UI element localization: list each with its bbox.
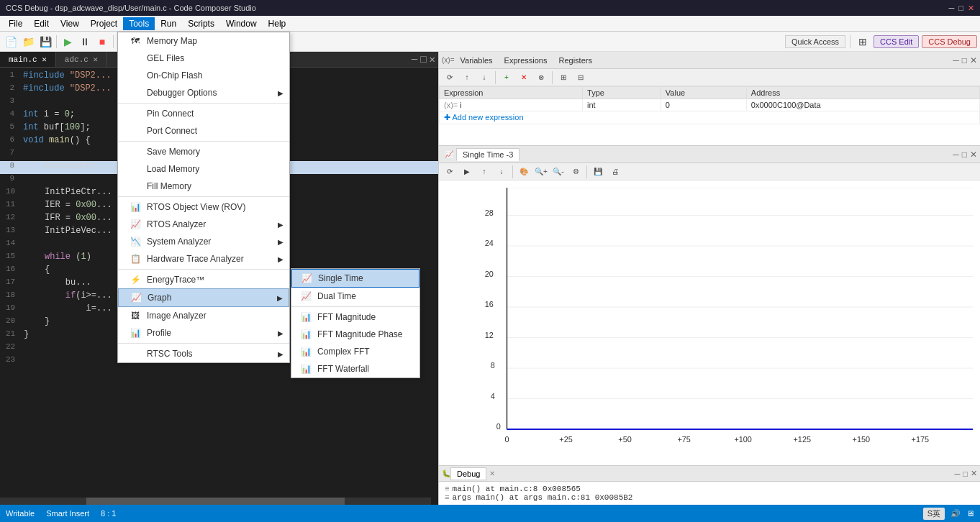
- fill-mem-icon: [130, 180, 141, 192]
- col-type: Type: [583, 87, 661, 99]
- horizontal-scrollbar[interactable]: [0, 498, 431, 505]
- graph-toolbar-btn3[interactable]: ↑: [476, 164, 492, 180]
- ccs-debug-button[interactable]: CCS Debug: [922, 35, 977, 48]
- menu-load-memory[interactable]: Load Memory: [118, 160, 289, 178]
- graph-toolbar-btn1[interactable]: ⟳: [442, 164, 458, 180]
- panel-close-btn[interactable]: ✕: [970, 55, 977, 65]
- stop-btn[interactable]: ■: [94, 34, 110, 50]
- minimize-panel-btn[interactable]: ─: [412, 54, 417, 65]
- toolbar-icon1[interactable]: ⊞: [855, 34, 871, 50]
- submenu-complex-fft[interactable]: 📊 Complex FFT: [291, 343, 419, 360]
- expr-collapse-btn[interactable]: ⊟: [573, 70, 589, 86]
- expr-del-all-btn[interactable]: ⊗: [533, 70, 549, 86]
- new-btn[interactable]: 📄: [3, 34, 19, 50]
- menu-port-connect[interactable]: Port Connect: [118, 122, 289, 139]
- open-btn[interactable]: 📁: [20, 34, 36, 50]
- graph-submenu: 📈 Single Time 📈 Dual Time 📊 FFT Magnitud…: [291, 268, 420, 378]
- rtos-analyzer-icon: 📈: [130, 219, 141, 230]
- graph-zoom-out-btn[interactable]: 🔍-: [550, 164, 566, 180]
- quick-access-button[interactable]: Quick Access: [785, 35, 845, 48]
- menu-help[interactable]: Help: [263, 17, 292, 30]
- graph-toolbar: ⟳ ▶ ↑ ↓ 🎨 🔍+ 🔍- ⚙ 💾 🖨: [439, 163, 980, 180]
- menu-edit[interactable]: Edit: [28, 17, 55, 30]
- menu-window[interactable]: Window: [220, 17, 263, 30]
- menu-memory-map[interactable]: 🗺 Memory Map: [118, 32, 289, 50]
- menu-debugger-options[interactable]: Debugger Options: [118, 84, 289, 101]
- tab-variables[interactable]: Variables: [455, 55, 499, 66]
- maximize-panel-btn[interactable]: □: [420, 54, 426, 65]
- menu-view[interactable]: View: [55, 17, 85, 30]
- menu-on-chip-flash[interactable]: On-Chip Flash: [118, 67, 289, 84]
- expr-toolbar-btn2[interactable]: ↑: [459, 70, 475, 86]
- tab-main-c[interactable]: main.c ✕: [0, 52, 56, 67]
- expr-del-btn[interactable]: ✕: [516, 70, 532, 86]
- graph-toolbar-btn2[interactable]: ▶: [459, 164, 475, 180]
- expr-add-btn[interactable]: +: [499, 70, 514, 86]
- menu-rtos-rov[interactable]: 📊 RTOS Object View (ROV): [118, 198, 289, 216]
- graph-zoom-in-btn[interactable]: 🔍+: [533, 164, 549, 180]
- panel-maximize-btn[interactable]: □: [962, 55, 967, 65]
- menu-gel-files[interactable]: GEL Files: [118, 50, 289, 67]
- graph-settings-btn[interactable]: ⚙: [568, 164, 584, 180]
- submenu-fft-waterfall[interactable]: 📊 FFT Waterfall: [291, 360, 419, 377]
- submenu-fft-magnitude-phase[interactable]: 📊 FFT Magnitude Phase: [291, 326, 419, 343]
- tab-single-time[interactable]: Single Time -3: [456, 148, 520, 161]
- menu-system-analyzer[interactable]: 📉 System Analyzer: [118, 233, 289, 250]
- svg-text:4: 4: [491, 392, 495, 400]
- menu-run[interactable]: Run: [155, 17, 182, 30]
- menu-image-analyzer[interactable]: 🖼 Image Analyzer: [118, 307, 289, 324]
- submenu-fft-magnitude[interactable]: 📊 FFT Magnitude: [291, 308, 419, 326]
- tab-debug[interactable]: Debug: [450, 467, 486, 480]
- svg-text:+100: +100: [734, 435, 751, 444]
- menu-fill-memory[interactable]: Fill Memory: [118, 178, 289, 195]
- expr-sep: [495, 71, 496, 84]
- panel-minimize-btn[interactable]: ─: [953, 55, 959, 65]
- menu-hw-trace[interactable]: 📋 Hardware Trace Analyzer: [118, 250, 289, 267]
- menu-scripts[interactable]: Scripts: [182, 17, 220, 30]
- svg-text:16: 16: [485, 300, 494, 308]
- debug-max-btn[interactable]: □: [963, 470, 968, 478]
- graph-max-btn[interactable]: □: [962, 150, 967, 160]
- expr-expand-btn[interactable]: ⊞: [555, 70, 571, 86]
- expr-toolbar-btn3[interactable]: ↓: [476, 70, 492, 86]
- status-lang-btn[interactable]: S英: [923, 508, 945, 520]
- port-icon: [130, 125, 141, 137]
- add-expr-btn[interactable]: ✚ Add new expression: [444, 113, 524, 122]
- menu-project[interactable]: Project: [85, 17, 123, 30]
- fft-mag-icon: 📊: [300, 311, 312, 323]
- graph-save-btn[interactable]: 💾: [590, 164, 606, 180]
- save-btn[interactable]: 💾: [37, 34, 53, 50]
- graph-color-btn[interactable]: 🎨: [516, 164, 532, 180]
- menu-rtsc-tools[interactable]: RTSC Tools: [118, 345, 289, 362]
- menu-save-memory[interactable]: Save Memory: [118, 143, 289, 160]
- expr-toolbar-btn1[interactable]: ⟳: [442, 70, 458, 86]
- menu-graph[interactable]: 📈 Graph: [118, 288, 289, 307]
- sep2: [118, 141, 289, 142]
- menu-energy-trace[interactable]: ⚡ EnergyTrace™: [118, 271, 289, 288]
- debug-close-btn[interactable]: ✕: [971, 469, 977, 478]
- graph-toolbar-btn4[interactable]: ↓: [494, 164, 509, 180]
- close-panel-btn[interactable]: ✕: [430, 53, 435, 65]
- graph-print-btn[interactable]: 🖨: [607, 164, 623, 180]
- graph-min-btn[interactable]: ─: [953, 150, 959, 160]
- tab-expressions[interactable]: Expressions: [499, 55, 553, 66]
- ccs-edit-button[interactable]: CCS Edit: [874, 35, 919, 48]
- add-expr-row[interactable]: ✚ Add new expression: [440, 111, 980, 124]
- menu-file[interactable]: File: [3, 17, 28, 30]
- menu-pin-connect[interactable]: Pin Connect: [118, 105, 289, 122]
- graph-close-btn[interactable]: ✕: [970, 150, 977, 160]
- submenu-dual-time[interactable]: 📈 Dual Time: [291, 288, 419, 305]
- pause-btn[interactable]: ⏸: [77, 34, 93, 50]
- tab-registers[interactable]: Registers: [553, 55, 597, 66]
- complex-fft-icon: 📊: [300, 346, 312, 357]
- close-btn[interactable]: ✕: [968, 4, 974, 13]
- menu-rtos-analyzer[interactable]: 📈 RTOS Analyzer: [118, 216, 289, 233]
- menu-tools[interactable]: Tools: [123, 17, 155, 30]
- debug-min-btn[interactable]: ─: [955, 470, 961, 478]
- submenu-single-time[interactable]: 📈 Single Time: [291, 269, 419, 288]
- minimize-btn[interactable]: ─: [949, 4, 955, 13]
- tab-adc-c[interactable]: adc.c ✕: [56, 52, 107, 67]
- debug-btn[interactable]: ▶: [60, 34, 76, 50]
- maximize-btn[interactable]: □: [958, 4, 963, 13]
- menu-profile[interactable]: 📊 Profile: [118, 324, 289, 342]
